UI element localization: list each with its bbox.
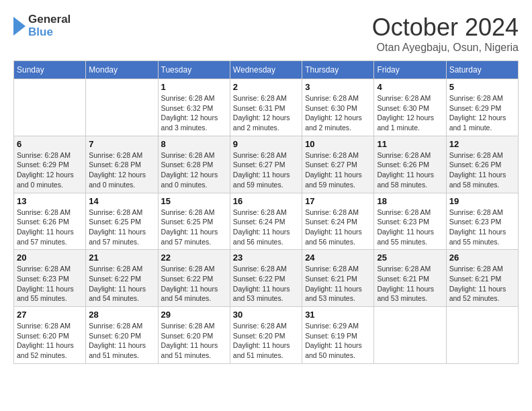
calendar-cell [14,79,86,136]
day-number: 23 [233,253,299,263]
calendar-cell: 26Sunrise: 6:28 AM Sunset: 6:21 PM Dayli… [446,250,518,307]
calendar-body: 1Sunrise: 6:28 AM Sunset: 6:32 PM Daylig… [14,79,519,364]
weekday-header-thursday: Thursday [302,61,374,79]
weekday-header-friday: Friday [374,61,446,79]
day-info: Sunrise: 6:28 AM Sunset: 6:25 PM Dayligh… [89,208,154,247]
day-number: 22 [161,253,227,263]
calendar-cell: 5Sunrise: 6:28 AM Sunset: 6:29 PM Daylig… [446,79,518,136]
weekday-header-wednesday: Wednesday [230,61,302,79]
calendar-cell: 8Sunrise: 6:28 AM Sunset: 6:28 PM Daylig… [158,136,230,193]
logo-container: General Blue [13,13,71,38]
month-title: October 2024 [372,13,519,42]
calendar-cell: 27Sunrise: 6:28 AM Sunset: 6:20 PM Dayli… [14,307,86,364]
calendar-cell: 31Sunrise: 6:29 AM Sunset: 6:19 PM Dayli… [302,307,374,364]
calendar-cell: 28Sunrise: 6:28 AM Sunset: 6:20 PM Dayli… [86,307,158,364]
calendar-week-row: 20Sunrise: 6:28 AM Sunset: 6:23 PM Dayli… [14,250,519,307]
weekday-header-monday: Monday [86,61,158,79]
day-info: Sunrise: 6:28 AM Sunset: 6:27 PM Dayligh… [305,150,371,190]
day-number: 2 [233,82,299,92]
day-number: 4 [377,82,443,92]
logo-text: General Blue [28,13,71,38]
calendar-cell: 1Sunrise: 6:28 AM Sunset: 6:32 PM Daylig… [158,79,230,136]
calendar-cell: 18Sunrise: 6:28 AM Sunset: 6:23 PM Dayli… [374,193,446,250]
day-number: 9 [233,139,299,149]
day-info: Sunrise: 6:28 AM Sunset: 6:26 PM Dayligh… [449,150,515,190]
calendar-cell: 23Sunrise: 6:28 AM Sunset: 6:22 PM Dayli… [230,250,302,307]
day-info: Sunrise: 6:28 AM Sunset: 6:26 PM Dayligh… [377,150,443,190]
calendar-cell: 21Sunrise: 6:28 AM Sunset: 6:22 PM Dayli… [86,250,158,307]
calendar-cell: 7Sunrise: 6:28 AM Sunset: 6:28 PM Daylig… [86,136,158,193]
day-info: Sunrise: 6:28 AM Sunset: 6:29 PM Dayligh… [449,93,515,133]
day-info: Sunrise: 6:28 AM Sunset: 6:30 PM Dayligh… [377,93,443,133]
day-number: 14 [89,196,154,206]
calendar-cell: 6Sunrise: 6:28 AM Sunset: 6:29 PM Daylig… [14,136,86,193]
day-info: Sunrise: 6:28 AM Sunset: 6:23 PM Dayligh… [17,264,83,304]
logo: General Blue [13,13,71,38]
day-info: Sunrise: 6:28 AM Sunset: 6:21 PM Dayligh… [449,264,515,304]
calendar-cell: 19Sunrise: 6:28 AM Sunset: 6:23 PM Dayli… [446,193,518,250]
day-info: Sunrise: 6:28 AM Sunset: 6:23 PM Dayligh… [377,208,443,247]
calendar-cell: 10Sunrise: 6:28 AM Sunset: 6:27 PM Dayli… [302,136,374,193]
day-number: 7 [89,139,154,149]
calendar-week-row: 13Sunrise: 6:28 AM Sunset: 6:26 PM Dayli… [14,193,519,250]
day-info: Sunrise: 6:28 AM Sunset: 6:20 PM Dayligh… [161,321,227,361]
calendar-cell [86,79,158,136]
day-info: Sunrise: 6:28 AM Sunset: 6:28 PM Dayligh… [89,150,154,190]
day-number: 19 [449,196,515,206]
calendar-cell: 4Sunrise: 6:28 AM Sunset: 6:30 PM Daylig… [374,79,446,136]
day-number: 11 [377,139,443,149]
calendar-cell: 12Sunrise: 6:28 AM Sunset: 6:26 PM Dayli… [446,136,518,193]
day-number: 24 [305,253,371,263]
calendar-cell: 17Sunrise: 6:28 AM Sunset: 6:24 PM Dayli… [302,193,374,250]
day-info: Sunrise: 6:28 AM Sunset: 6:32 PM Dayligh… [161,93,227,133]
calendar-cell [374,307,446,364]
calendar-cell: 3Sunrise: 6:28 AM Sunset: 6:30 PM Daylig… [302,79,374,136]
day-info: Sunrise: 6:28 AM Sunset: 6:24 PM Dayligh… [233,208,299,247]
day-info: Sunrise: 6:28 AM Sunset: 6:20 PM Dayligh… [17,321,83,361]
calendar-week-row: 27Sunrise: 6:28 AM Sunset: 6:20 PM Dayli… [14,307,519,364]
day-number: 20 [17,253,83,263]
location-subtitle: Otan Ayegbaju, Osun, Nigeria [372,42,519,54]
day-info: Sunrise: 6:28 AM Sunset: 6:20 PM Dayligh… [233,321,299,361]
day-number: 12 [449,139,515,149]
day-info: Sunrise: 6:28 AM Sunset: 6:22 PM Dayligh… [161,264,227,304]
day-info: Sunrise: 6:29 AM Sunset: 6:19 PM Dayligh… [305,321,371,361]
logo-blue: Blue [28,26,71,39]
day-info: Sunrise: 6:28 AM Sunset: 6:28 PM Dayligh… [161,150,227,190]
day-info: Sunrise: 6:28 AM Sunset: 6:29 PM Dayligh… [17,150,83,190]
title-block: October 2024 Otan Ayegbaju, Osun, Nigeri… [372,13,519,54]
calendar-cell: 15Sunrise: 6:28 AM Sunset: 6:25 PM Dayli… [158,193,230,250]
calendar-cell: 25Sunrise: 6:28 AM Sunset: 6:21 PM Dayli… [374,250,446,307]
day-number: 28 [89,310,154,320]
calendar-week-row: 6Sunrise: 6:28 AM Sunset: 6:29 PM Daylig… [14,136,519,193]
day-number: 10 [305,139,371,149]
day-number: 29 [161,310,227,320]
day-number: 3 [305,82,371,92]
day-number: 18 [377,196,443,206]
day-info: Sunrise: 6:28 AM Sunset: 6:27 PM Dayligh… [233,150,299,190]
weekday-header-sunday: Sunday [14,61,86,79]
day-number: 21 [89,253,154,263]
calendar-week-row: 1Sunrise: 6:28 AM Sunset: 6:32 PM Daylig… [14,79,519,136]
weekday-header-tuesday: Tuesday [158,61,230,79]
day-number: 13 [17,196,83,206]
calendar-cell: 29Sunrise: 6:28 AM Sunset: 6:20 PM Dayli… [158,307,230,364]
calendar-cell: 2Sunrise: 6:28 AM Sunset: 6:31 PM Daylig… [230,79,302,136]
calendar-table: SundayMondayTuesdayWednesdayThursdayFrid… [13,60,519,364]
day-number: 17 [305,196,371,206]
day-info: Sunrise: 6:28 AM Sunset: 6:21 PM Dayligh… [305,264,371,304]
calendar-cell: 30Sunrise: 6:28 AM Sunset: 6:20 PM Dayli… [230,307,302,364]
calendar-cell: 13Sunrise: 6:28 AM Sunset: 6:26 PM Dayli… [14,193,86,250]
day-info: Sunrise: 6:28 AM Sunset: 6:22 PM Dayligh… [233,264,299,304]
page-header: General Blue October 2024 Otan Ayegbaju,… [13,13,519,54]
day-info: Sunrise: 6:28 AM Sunset: 6:26 PM Dayligh… [17,208,83,247]
calendar-cell: 9Sunrise: 6:28 AM Sunset: 6:27 PM Daylig… [230,136,302,193]
day-number: 16 [233,196,299,206]
day-number: 26 [449,253,515,263]
day-info: Sunrise: 6:28 AM Sunset: 6:22 PM Dayligh… [89,264,154,304]
day-number: 6 [17,139,83,149]
day-number: 15 [161,196,227,206]
day-info: Sunrise: 6:28 AM Sunset: 6:20 PM Dayligh… [89,321,154,361]
calendar-cell: 24Sunrise: 6:28 AM Sunset: 6:21 PM Dayli… [302,250,374,307]
day-number: 8 [161,139,227,149]
